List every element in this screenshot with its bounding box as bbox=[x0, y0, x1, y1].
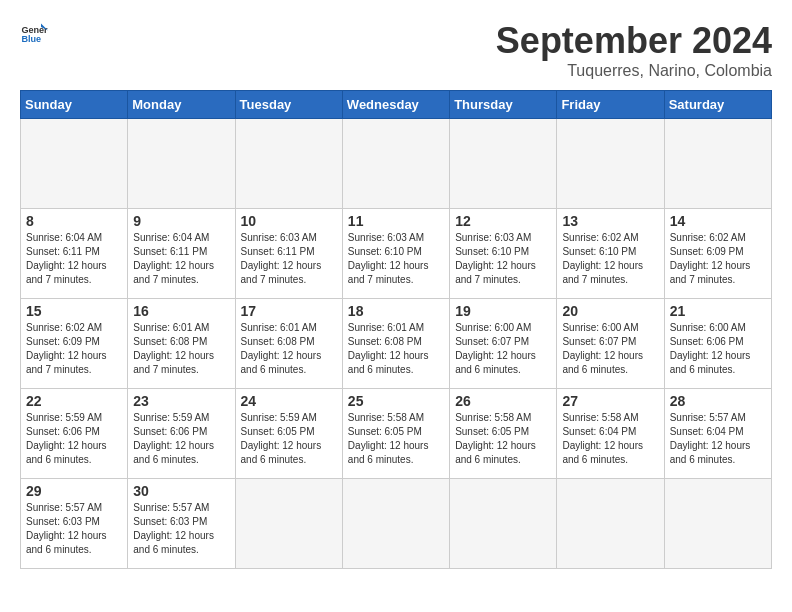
day-number: 20 bbox=[562, 303, 658, 319]
table-row bbox=[664, 119, 771, 209]
title-block: September 2024 Tuquerres, Narino, Colomb… bbox=[496, 20, 772, 80]
table-row: 20Sunrise: 6:00 AM Sunset: 6:07 PM Dayli… bbox=[557, 299, 664, 389]
table-row: 12Sunrise: 6:03 AM Sunset: 6:10 PM Dayli… bbox=[450, 209, 557, 299]
calendar-week-row: 8Sunrise: 6:04 AM Sunset: 6:11 PM Daylig… bbox=[21, 209, 772, 299]
table-row: 22Sunrise: 5:59 AM Sunset: 6:06 PM Dayli… bbox=[21, 389, 128, 479]
table-row bbox=[128, 119, 235, 209]
header-friday: Friday bbox=[557, 91, 664, 119]
table-row bbox=[664, 479, 771, 569]
header-saturday: Saturday bbox=[664, 91, 771, 119]
table-row: 29Sunrise: 5:57 AM Sunset: 6:03 PM Dayli… bbox=[21, 479, 128, 569]
header-wednesday: Wednesday bbox=[342, 91, 449, 119]
day-number: 21 bbox=[670, 303, 766, 319]
month-title: September 2024 bbox=[496, 20, 772, 62]
day-number: 12 bbox=[455, 213, 551, 229]
day-number: 17 bbox=[241, 303, 337, 319]
day-number: 10 bbox=[241, 213, 337, 229]
calendar-week-row: 29Sunrise: 5:57 AM Sunset: 6:03 PM Dayli… bbox=[21, 479, 772, 569]
day-info: Sunrise: 5:57 AM Sunset: 6:03 PM Dayligh… bbox=[26, 501, 122, 557]
day-number: 14 bbox=[670, 213, 766, 229]
day-info: Sunrise: 5:58 AM Sunset: 6:05 PM Dayligh… bbox=[455, 411, 551, 467]
day-info: Sunrise: 6:01 AM Sunset: 6:08 PM Dayligh… bbox=[348, 321, 444, 377]
table-row: 14Sunrise: 6:02 AM Sunset: 6:09 PM Dayli… bbox=[664, 209, 771, 299]
table-row: 13Sunrise: 6:02 AM Sunset: 6:10 PM Dayli… bbox=[557, 209, 664, 299]
header-sunday: Sunday bbox=[21, 91, 128, 119]
day-number: 30 bbox=[133, 483, 229, 499]
table-row: 28Sunrise: 5:57 AM Sunset: 6:04 PM Dayli… bbox=[664, 389, 771, 479]
table-row bbox=[342, 119, 449, 209]
table-row: 15Sunrise: 6:02 AM Sunset: 6:09 PM Dayli… bbox=[21, 299, 128, 389]
table-row: 10Sunrise: 6:03 AM Sunset: 6:11 PM Dayli… bbox=[235, 209, 342, 299]
day-info: Sunrise: 6:03 AM Sunset: 6:10 PM Dayligh… bbox=[455, 231, 551, 287]
location-title: Tuquerres, Narino, Colombia bbox=[496, 62, 772, 80]
day-number: 25 bbox=[348, 393, 444, 409]
table-row bbox=[557, 119, 664, 209]
day-info: Sunrise: 5:57 AM Sunset: 6:03 PM Dayligh… bbox=[133, 501, 229, 557]
calendar-week-row bbox=[21, 119, 772, 209]
day-number: 15 bbox=[26, 303, 122, 319]
logo: General Blue bbox=[20, 20, 48, 48]
day-info: Sunrise: 6:02 AM Sunset: 6:09 PM Dayligh… bbox=[26, 321, 122, 377]
header-thursday: Thursday bbox=[450, 91, 557, 119]
day-info: Sunrise: 6:00 AM Sunset: 6:07 PM Dayligh… bbox=[562, 321, 658, 377]
day-number: 8 bbox=[26, 213, 122, 229]
header-tuesday: Tuesday bbox=[235, 91, 342, 119]
table-row bbox=[21, 119, 128, 209]
table-row: 18Sunrise: 6:01 AM Sunset: 6:08 PM Dayli… bbox=[342, 299, 449, 389]
table-row: 27Sunrise: 5:58 AM Sunset: 6:04 PM Dayli… bbox=[557, 389, 664, 479]
day-number: 11 bbox=[348, 213, 444, 229]
table-row: 21Sunrise: 6:00 AM Sunset: 6:06 PM Dayli… bbox=[664, 299, 771, 389]
table-row bbox=[342, 479, 449, 569]
calendar-week-row: 15Sunrise: 6:02 AM Sunset: 6:09 PM Dayli… bbox=[21, 299, 772, 389]
svg-text:Blue: Blue bbox=[21, 34, 41, 44]
table-row bbox=[450, 119, 557, 209]
calendar-header-row: Sunday Monday Tuesday Wednesday Thursday… bbox=[21, 91, 772, 119]
logo-icon: General Blue bbox=[20, 20, 48, 48]
day-info: Sunrise: 6:04 AM Sunset: 6:11 PM Dayligh… bbox=[133, 231, 229, 287]
table-row: 17Sunrise: 6:01 AM Sunset: 6:08 PM Dayli… bbox=[235, 299, 342, 389]
day-number: 28 bbox=[670, 393, 766, 409]
day-info: Sunrise: 6:01 AM Sunset: 6:08 PM Dayligh… bbox=[133, 321, 229, 377]
day-info: Sunrise: 6:01 AM Sunset: 6:08 PM Dayligh… bbox=[241, 321, 337, 377]
day-info: Sunrise: 5:57 AM Sunset: 6:04 PM Dayligh… bbox=[670, 411, 766, 467]
table-row: 16Sunrise: 6:01 AM Sunset: 6:08 PM Dayli… bbox=[128, 299, 235, 389]
table-row bbox=[235, 479, 342, 569]
day-number: 23 bbox=[133, 393, 229, 409]
table-row: 23Sunrise: 5:59 AM Sunset: 6:06 PM Dayli… bbox=[128, 389, 235, 479]
calendar-table: Sunday Monday Tuesday Wednesday Thursday… bbox=[20, 90, 772, 569]
day-number: 22 bbox=[26, 393, 122, 409]
day-number: 26 bbox=[455, 393, 551, 409]
day-number: 29 bbox=[26, 483, 122, 499]
table-row: 19Sunrise: 6:00 AM Sunset: 6:07 PM Dayli… bbox=[450, 299, 557, 389]
header-monday: Monday bbox=[128, 91, 235, 119]
page-header: General Blue September 2024 Tuquerres, N… bbox=[20, 20, 772, 80]
day-info: Sunrise: 6:00 AM Sunset: 6:07 PM Dayligh… bbox=[455, 321, 551, 377]
day-number: 16 bbox=[133, 303, 229, 319]
day-info: Sunrise: 6:00 AM Sunset: 6:06 PM Dayligh… bbox=[670, 321, 766, 377]
table-row bbox=[450, 479, 557, 569]
day-info: Sunrise: 6:04 AM Sunset: 6:11 PM Dayligh… bbox=[26, 231, 122, 287]
day-info: Sunrise: 6:03 AM Sunset: 6:11 PM Dayligh… bbox=[241, 231, 337, 287]
table-row: 25Sunrise: 5:58 AM Sunset: 6:05 PM Dayli… bbox=[342, 389, 449, 479]
table-row: 8Sunrise: 6:04 AM Sunset: 6:11 PM Daylig… bbox=[21, 209, 128, 299]
table-row: 30Sunrise: 5:57 AM Sunset: 6:03 PM Dayli… bbox=[128, 479, 235, 569]
day-info: Sunrise: 6:03 AM Sunset: 6:10 PM Dayligh… bbox=[348, 231, 444, 287]
calendar-week-row: 22Sunrise: 5:59 AM Sunset: 6:06 PM Dayli… bbox=[21, 389, 772, 479]
day-number: 9 bbox=[133, 213, 229, 229]
svg-text:General: General bbox=[21, 25, 48, 35]
day-info: Sunrise: 5:59 AM Sunset: 6:05 PM Dayligh… bbox=[241, 411, 337, 467]
table-row: 26Sunrise: 5:58 AM Sunset: 6:05 PM Dayli… bbox=[450, 389, 557, 479]
day-number: 13 bbox=[562, 213, 658, 229]
day-info: Sunrise: 5:59 AM Sunset: 6:06 PM Dayligh… bbox=[26, 411, 122, 467]
day-number: 24 bbox=[241, 393, 337, 409]
day-info: Sunrise: 5:59 AM Sunset: 6:06 PM Dayligh… bbox=[133, 411, 229, 467]
day-info: Sunrise: 6:02 AM Sunset: 6:10 PM Dayligh… bbox=[562, 231, 658, 287]
day-info: Sunrise: 5:58 AM Sunset: 6:05 PM Dayligh… bbox=[348, 411, 444, 467]
day-number: 18 bbox=[348, 303, 444, 319]
day-number: 19 bbox=[455, 303, 551, 319]
day-number: 27 bbox=[562, 393, 658, 409]
table-row bbox=[235, 119, 342, 209]
table-row bbox=[557, 479, 664, 569]
day-info: Sunrise: 6:02 AM Sunset: 6:09 PM Dayligh… bbox=[670, 231, 766, 287]
table-row: 24Sunrise: 5:59 AM Sunset: 6:05 PM Dayli… bbox=[235, 389, 342, 479]
